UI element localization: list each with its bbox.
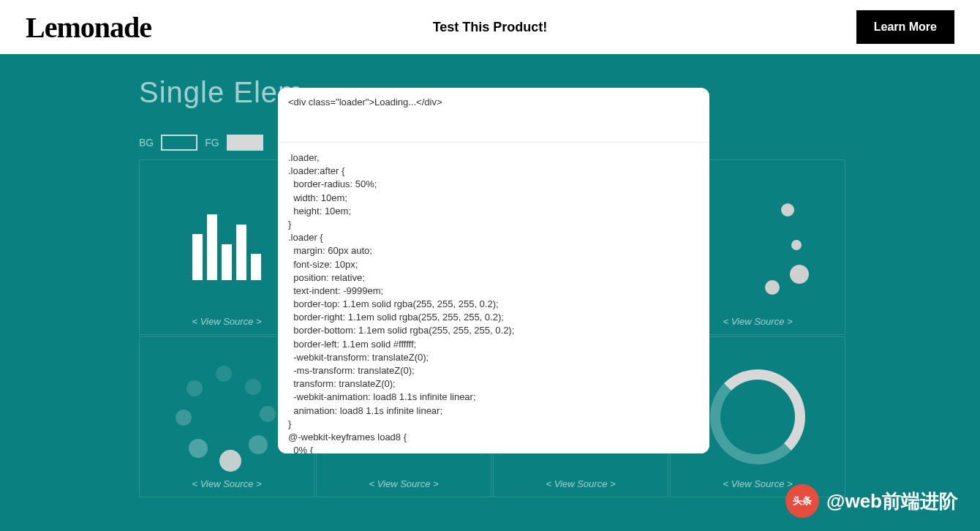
spin-dots-loader-icon	[176, 366, 278, 468]
ring-loader-icon	[710, 369, 805, 464]
watermark-text: @web前端进阶	[826, 489, 958, 514]
topbar: Lemonade Test This Product! Learn More	[0, 0, 980, 54]
tagline: Test This Product!	[433, 20, 548, 35]
logo: Lemonade	[26, 10, 151, 45]
view-source-link[interactable]: < View Source >	[546, 478, 615, 489]
css-code-textarea[interactable]	[278, 143, 709, 453]
view-source-link[interactable]: < View Source >	[723, 316, 792, 327]
view-source-link[interactable]: < View Source >	[723, 478, 792, 489]
view-source-link[interactable]: < View Source >	[192, 478, 261, 489]
view-source-link[interactable]: < View Source >	[192, 316, 261, 327]
dots-loader-icon	[706, 196, 809, 298]
watermark-badge-icon: 头条	[785, 484, 819, 518]
fg-label: FG	[205, 137, 219, 148]
bg-label: BG	[139, 137, 154, 148]
fg-color-input[interactable]	[227, 135, 263, 151]
source-modal	[278, 88, 709, 453]
learn-more-button[interactable]: Learn More	[856, 10, 954, 44]
bars-loader-icon	[192, 214, 261, 280]
view-source-link[interactable]: < View Source >	[369, 478, 438, 489]
bg-color-input[interactable]	[161, 135, 197, 151]
html-code-textarea[interactable]	[278, 88, 709, 143]
watermark: 头条 @web前端进阶	[785, 484, 958, 518]
